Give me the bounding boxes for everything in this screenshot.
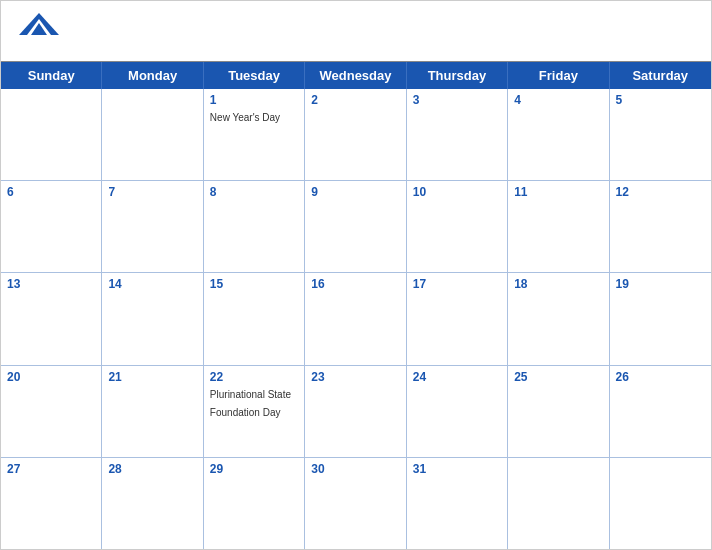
day-number-10: 10 [413,185,501,199]
header-wednesday: Wednesday [305,62,406,89]
day-cell-w5-d4: 30 [305,458,406,549]
day-cell-w3-d4: 16 [305,273,406,364]
week-row-1: 1New Year's Day2345 [1,89,711,181]
day-number-25: 25 [514,370,602,384]
day-cell-w1-d6: 4 [508,89,609,180]
day-cell-w3-d6: 18 [508,273,609,364]
calendar-weeks: 1New Year's Day2345678910111213141516171… [1,89,711,549]
day-cell-w3-d7: 19 [610,273,711,364]
day-cell-w4-d5: 24 [407,366,508,457]
day-cell-w5-d6 [508,458,609,549]
day-cell-w4-d7: 26 [610,366,711,457]
day-number-4: 4 [514,93,602,107]
day-cell-w1-d5: 3 [407,89,508,180]
day-number-14: 14 [108,277,196,291]
day-cell-w2-d7: 12 [610,181,711,272]
week-row-2: 6789101112 [1,181,711,273]
day-number-9: 9 [311,185,399,199]
day-number-17: 17 [413,277,501,291]
day-number-12: 12 [616,185,705,199]
day-cell-w2-d5: 10 [407,181,508,272]
day-number-29: 29 [210,462,298,476]
day-cell-w3-d3: 15 [204,273,305,364]
day-cell-w5-d1: 27 [1,458,102,549]
day-number-31: 31 [413,462,501,476]
day-number-6: 6 [7,185,95,199]
day-cell-w1-d2 [102,89,203,180]
day-number-3: 3 [413,93,501,107]
day-cell-w1-d7: 5 [610,89,711,180]
day-cell-w1-d4: 2 [305,89,406,180]
header-tuesday: Tuesday [204,62,305,89]
week-row-3: 13141516171819 [1,273,711,365]
day-cell-w2-d4: 9 [305,181,406,272]
day-number-15: 15 [210,277,298,291]
day-headers-row: Sunday Monday Tuesday Wednesday Thursday… [1,62,711,89]
day-number-1: 1 [210,93,298,107]
logo [17,9,61,37]
calendar-container: Sunday Monday Tuesday Wednesday Thursday… [0,0,712,550]
week-row-4: 202122Plurinational State Foundation Day… [1,366,711,458]
header-friday: Friday [508,62,609,89]
day-number-26: 26 [616,370,705,384]
day-number-11: 11 [514,185,602,199]
day-number-27: 27 [7,462,95,476]
day-cell-w5-d2: 28 [102,458,203,549]
day-number-2: 2 [311,93,399,107]
day-cell-w5-d7 [610,458,711,549]
day-number-8: 8 [210,185,298,199]
day-cell-w4-d1: 20 [1,366,102,457]
day-number-30: 30 [311,462,399,476]
day-cell-w1-d1 [1,89,102,180]
day-number-18: 18 [514,277,602,291]
day-number-16: 16 [311,277,399,291]
header-thursday: Thursday [407,62,508,89]
day-number-5: 5 [616,93,705,107]
header-saturday: Saturday [610,62,711,89]
day-cell-w2-d6: 11 [508,181,609,272]
day-number-13: 13 [7,277,95,291]
header-monday: Monday [102,62,203,89]
day-cell-w4-d3: 22Plurinational State Foundation Day [204,366,305,457]
day-cell-w5-d5: 31 [407,458,508,549]
calendar-grid: Sunday Monday Tuesday Wednesday Thursday… [1,61,711,549]
day-cell-w4-d4: 23 [305,366,406,457]
day-number-24: 24 [413,370,501,384]
event-text-22: Plurinational State Foundation Day [210,389,291,418]
day-cell-w4-d2: 21 [102,366,203,457]
day-number-20: 20 [7,370,95,384]
day-cell-w3-d5: 17 [407,273,508,364]
day-number-22: 22 [210,370,298,384]
day-cell-w5-d3: 29 [204,458,305,549]
calendar-header [1,1,711,61]
header-sunday: Sunday [1,62,102,89]
event-text-1: New Year's Day [210,112,280,123]
day-number-23: 23 [311,370,399,384]
logo-icon [17,9,61,37]
day-number-7: 7 [108,185,196,199]
day-cell-w2-d2: 7 [102,181,203,272]
day-cell-w2-d1: 6 [1,181,102,272]
day-number-19: 19 [616,277,705,291]
day-cell-w3-d1: 13 [1,273,102,364]
day-cell-w1-d3: 1New Year's Day [204,89,305,180]
day-cell-w3-d2: 14 [102,273,203,364]
day-cell-w2-d3: 8 [204,181,305,272]
day-number-28: 28 [108,462,196,476]
day-number-21: 21 [108,370,196,384]
day-cell-w4-d6: 25 [508,366,609,457]
week-row-5: 2728293031 [1,458,711,549]
